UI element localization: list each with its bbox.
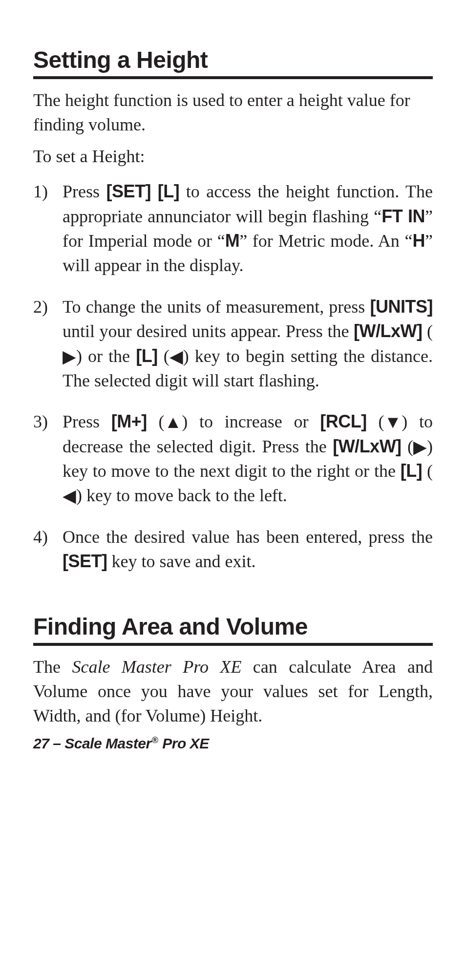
text: Press — [63, 182, 106, 201]
text: ) to increase or — [182, 412, 320, 431]
footer-text: 27 – Scale Master — [33, 735, 151, 751]
key-l: [L] — [136, 346, 157, 366]
key-set-l: [SET] [L] — [106, 181, 179, 201]
section-title-setting-height: Setting a Height — [33, 46, 433, 79]
key-rcl: [RCL] — [320, 411, 366, 431]
text: ( — [422, 461, 433, 481]
registered-icon: ® — [152, 735, 158, 745]
key-units: [UNITS] — [370, 297, 433, 317]
text: ( — [158, 346, 169, 366]
text: key to save and exit. — [107, 552, 256, 571]
step-body: Press [M+] (▲) to increase or [RCL] (▼) … — [63, 409, 433, 508]
page-footer: 27 – Scale Master® Pro XE — [33, 735, 433, 752]
arrow-right-icon: ▶ — [413, 435, 427, 459]
key-l: [L] — [401, 461, 422, 481]
intro-paragraph: The height function is used to enter a h… — [33, 88, 433, 137]
text: ( — [402, 437, 413, 456]
step-4: 4) Once the desired value has been enter… — [33, 525, 433, 574]
text: ( — [422, 321, 433, 341]
step-3: 3) Press [M+] (▲) to increase or [RCL] (… — [33, 409, 433, 508]
sub-intro: To set a Height: — [33, 144, 433, 169]
product-name: Scale Master Pro XE — [72, 657, 241, 677]
section-title-area-volume: Finding Area and Volume — [33, 613, 433, 646]
step-body: To change the units of measurement, pres… — [63, 295, 433, 393]
annunciator-m: M — [225, 231, 240, 251]
key-mplus: [M+] — [111, 411, 147, 431]
text: Press — [63, 412, 111, 431]
step-number: 1) — [33, 179, 63, 278]
key-wlxw: [W/LxW] — [354, 321, 422, 341]
key-wlxw: [W/LxW] — [333, 436, 401, 456]
text: until your desired units appear. Press t… — [63, 321, 354, 341]
arrow-down-icon: ▼ — [384, 410, 402, 434]
annunciator-ft-in: FT IN — [381, 206, 425, 226]
arrow-up-icon: ▲ — [165, 410, 182, 434]
step-2: 2) To change the units of measurement, p… — [33, 295, 433, 393]
step-number: 4) — [33, 525, 63, 574]
step-number: 2) — [33, 295, 63, 393]
text: ( — [367, 412, 384, 431]
key-set: [SET] — [63, 551, 107, 571]
text: ) or the — [76, 346, 136, 366]
step-1: 1) Press [SET] [L] to access the height … — [33, 179, 433, 278]
arrow-right-icon: ▶ — [63, 344, 76, 369]
arrow-left-icon: ◀ — [63, 484, 76, 508]
text: ( — [147, 412, 165, 431]
text: ” for Metric mode. An “ — [239, 231, 412, 251]
step-body: Once the desired value has been entered,… — [63, 525, 433, 574]
step-number: 3) — [33, 409, 63, 508]
text: Once the desired value has been entered,… — [63, 527, 433, 547]
text: To change the units of measurement, pres… — [63, 297, 370, 317]
text: The — [33, 657, 72, 677]
section2-paragraph: The Scale Master Pro XE can calculate Ar… — [33, 655, 433, 728]
step-body: Press [SET] [L] to access the height fun… — [63, 179, 433, 278]
arrow-left-icon: ◀ — [169, 344, 183, 369]
annunciator-h: H — [413, 231, 425, 251]
footer-text: Pro XE — [158, 735, 209, 751]
text: ) key to move back to the left. — [76, 486, 287, 505]
